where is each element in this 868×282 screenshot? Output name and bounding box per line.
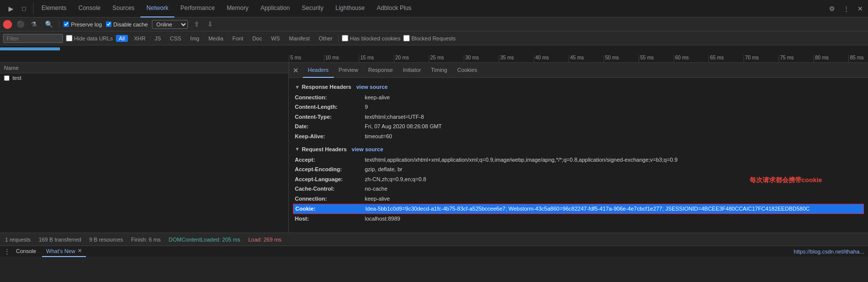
header-cookie[interactable]: Cookie: Idea-5bb1c0d9=9c30decd-a1fc-4b75… [293,204,864,214]
console-more-icon[interactable]: ⋮ [4,248,10,255]
hide-data-urls-label[interactable]: Hide data URLs [66,35,113,41]
more-icon[interactable]: ⋮ [840,2,852,14]
header-value: no-cache [365,185,387,193]
headers-panel: ✕ Headers Preview Response Initiator Tim… [289,63,868,233]
tab-lighthouse[interactable]: Lighthouse [329,0,371,17]
timeline-label-60ms: 60 ms [674,55,709,62]
timeline-label-30ms: 30 ms [464,55,499,62]
filter-tag-xhr[interactable]: XHR [131,35,148,42]
header-key: Cache-Control: [295,185,365,193]
header-key: Accept-Encoding: [295,166,365,173]
filter-tag-img[interactable]: Img [187,35,202,42]
header-host: Host: localhost:8989 [295,214,862,224]
header-date: Date: Fri, 07 Aug 2020 08:26:08 GMT [295,122,862,131]
close-devtools-icon[interactable]: ✕ [854,2,866,14]
name-header: Name [0,63,288,73]
name-row-checkbox[interactable] [4,75,9,81]
response-headers-title: ▼ Response Headers view source [295,84,862,90]
timeline-bar[interactable]: 5 ms 10 ms 15 ms 20 ms 25 ms 30 ms 35 ms… [0,45,868,63]
close-whatsnew-icon[interactable]: ✕ [77,248,82,254]
sub-tab-response[interactable]: Response [363,63,398,78]
header-value: 9 [365,103,368,111]
tab-sources[interactable]: Sources [106,0,140,17]
tab-adblock[interactable]: Adblock Plus [371,0,417,17]
filter-icon[interactable]: ⚗ [29,19,39,29]
sub-tab-timing[interactable]: Timing [426,63,452,78]
filename-test: test [12,75,21,81]
header-connection-response: Connection: keep-alive [295,93,862,102]
tab-memory[interactable]: Memory [221,0,254,17]
search-icon[interactable]: 🔍 [43,19,55,29]
filter-tag-media[interactable]: Media [205,35,226,42]
console-tab-console[interactable]: Console [12,246,40,257]
filter-separator [338,34,339,42]
devtools-icons: ▶ □ [2,2,33,14]
timeline-label-15ms: 15 ms [359,55,394,62]
tab-elements[interactable]: Elements [35,0,72,17]
timeline-label-10ms: 10 ms [324,55,359,62]
sub-tab-headers[interactable]: Headers [303,63,334,78]
filter-row: Hide data URLs All XHR JS CSS Img Media … [0,31,868,45]
filter-tag-css[interactable]: CSS [167,35,184,42]
settings-icon[interactable]: ⚙ [826,2,838,14]
filter-tag-font[interactable]: Font [229,35,246,42]
header-accept-encoding: Accept-Encoding: gzip, deflate, br [295,165,862,174]
filter-tag-all[interactable]: All [116,35,128,42]
header-keep-alive: Keep-Alive: timeout=60 [295,132,862,141]
timeline-label-55ms: 55 ms [639,55,674,62]
preserve-log-checkbox[interactable] [63,21,69,27]
tab-console[interactable]: Console [72,0,106,17]
blocked-requests-checkbox[interactable] [403,35,410,41]
filter-tag-manifest[interactable]: Manifest [286,35,313,42]
filter-tag-js[interactable]: JS [151,35,164,42]
record-button[interactable] [3,20,12,29]
header-cache-control: Cache-Control: no-cache [295,184,862,194]
sub-tab-cookies[interactable]: Cookies [452,63,482,78]
sub-tab-preview[interactable]: Preview [334,63,363,78]
dom-content-loaded: DOMContentLoaded: 205 ms [169,237,240,243]
disable-cache-label[interactable]: Disable cache [106,21,148,27]
response-triangle: ▼ [295,84,300,90]
header-key: Connection: [295,195,365,203]
view-source-link-2[interactable]: view source [352,146,383,152]
preserve-log-label[interactable]: Preserve log [63,21,102,27]
top-right-icons: ⚙ ⋮ ✕ [826,2,866,14]
disable-cache-checkbox[interactable] [106,21,111,27]
import-icon[interactable]: ⇧ [192,19,201,29]
tab-performance[interactable]: Performance [174,0,221,17]
timeline-label-45ms: 45 ms [569,55,604,62]
header-content-length: Content-Length: 9 [295,102,862,112]
console-url[interactable]: https://blog.csdn.net/ithaha... [794,249,864,255]
header-value: text/html;charset=UTF-8 [365,113,424,121]
header-key: Connection: [295,94,365,101]
console-tab-whatsnew[interactable]: What's New ✕ [42,246,85,257]
has-blocked-cookies-checkbox[interactable] [342,35,348,41]
inspect-icon[interactable]: ▶ [5,2,17,14]
clear-button[interactable]: ⚫ [16,20,25,29]
filter-tag-other[interactable]: Other [316,35,336,42]
blocked-requests-label[interactable]: Blocked Requests [403,35,456,41]
name-row-test[interactable]: test [0,73,288,82]
requests-count: 1 requests [5,237,30,243]
device-icon[interactable]: □ [18,2,30,14]
view-source-link-1[interactable]: view source [356,84,388,90]
sub-tab-initiator[interactable]: Initiator [398,63,426,78]
header-value: text/html,application/xhtml+xml,applicat… [365,156,678,164]
filter-tag-doc[interactable]: Doc [249,35,265,42]
export-icon[interactable]: ⇩ [205,19,215,29]
header-value: Fri, 07 Aug 2020 08:26:08 GMT [365,123,442,130]
tab-network[interactable]: Network [140,0,174,17]
throttle-select[interactable]: Online Fast 3G Slow 3G Offline [152,20,188,29]
load-time: Load: 269 ms [248,237,282,243]
name-panel: Name test [0,63,289,233]
timeline-labels: 5 ms 10 ms 15 ms 20 ms 25 ms 30 ms 35 ms… [0,55,868,62]
filter-tag-ws[interactable]: WS [268,35,283,42]
header-connection-request: Connection: keep-alive [295,194,862,204]
hide-data-urls-checkbox[interactable] [66,35,72,41]
transferred-size: 169 B transferred [38,237,81,243]
tab-security[interactable]: Security [296,0,329,17]
has-blocked-cookies-label[interactable]: Has blocked cookies [342,35,400,41]
tab-application[interactable]: Application [254,0,296,17]
close-panel-icon[interactable]: ✕ [293,66,299,74]
filter-input[interactable] [3,34,63,43]
